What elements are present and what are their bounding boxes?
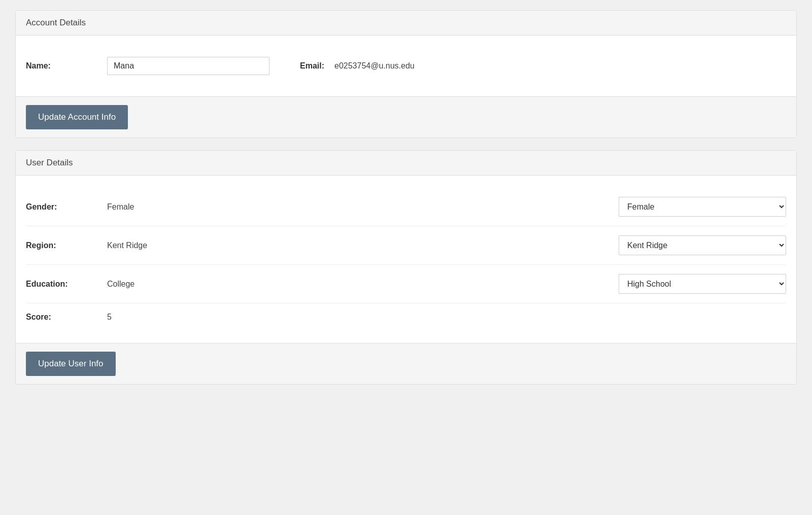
user-details-header: User Details: [16, 151, 796, 176]
education-current-value: College: [107, 280, 619, 289]
name-input[interactable]: [107, 57, 269, 75]
user-details-body: Gender: Female Female Male Other Region:…: [16, 176, 796, 343]
gender-select-wrapper: Female Male Other: [619, 197, 786, 217]
region-select[interactable]: Kent Ridge Clementi Jurong Tampines Wood…: [619, 235, 786, 255]
email-value: e0253754@u.nus.edu: [334, 61, 415, 71]
region-label: Region:: [26, 241, 107, 250]
account-details-title: Account Details: [26, 18, 86, 27]
gender-current-value: Female: [107, 202, 619, 212]
score-value: 5: [107, 313, 786, 322]
update-account-button[interactable]: Update Account Info: [26, 105, 128, 129]
user-details-footer: Update User Info: [16, 343, 796, 384]
education-select[interactable]: High School College University Postgradu…: [619, 274, 786, 294]
education-label: Education:: [26, 280, 107, 289]
name-input-group: Email: e0253754@u.nus.edu: [107, 57, 786, 75]
region-select-wrapper: Kent Ridge Clementi Jurong Tampines Wood…: [619, 235, 786, 255]
region-row: Region: Kent Ridge Kent Ridge Clementi J…: [26, 226, 786, 265]
gender-select[interactable]: Female Male Other: [619, 197, 786, 217]
name-row: Name: Email: e0253754@u.nus.edu: [26, 48, 786, 84]
education-select-wrapper: High School College University Postgradu…: [619, 274, 786, 294]
name-label: Name:: [26, 61, 107, 71]
gender-label: Gender:: [26, 202, 107, 212]
account-details-body: Name: Email: e0253754@u.nus.edu: [16, 36, 796, 96]
user-details-title: User Details: [26, 158, 73, 167]
account-details-footer: Update Account Info: [16, 96, 796, 138]
gender-row: Gender: Female Female Male Other: [26, 188, 786, 226]
update-user-button[interactable]: Update User Info: [26, 352, 116, 376]
score-row: Score: 5: [26, 303, 786, 331]
education-row: Education: College High School College U…: [26, 265, 786, 303]
score-label: Score:: [26, 313, 107, 322]
account-details-header: Account Details: [16, 11, 796, 36]
email-label: Email:: [300, 61, 324, 71]
user-details-card: User Details Gender: Female Female Male …: [15, 150, 797, 385]
account-details-card: Account Details Name: Email: e0253754@u.…: [15, 10, 797, 138]
region-current-value: Kent Ridge: [107, 241, 619, 250]
